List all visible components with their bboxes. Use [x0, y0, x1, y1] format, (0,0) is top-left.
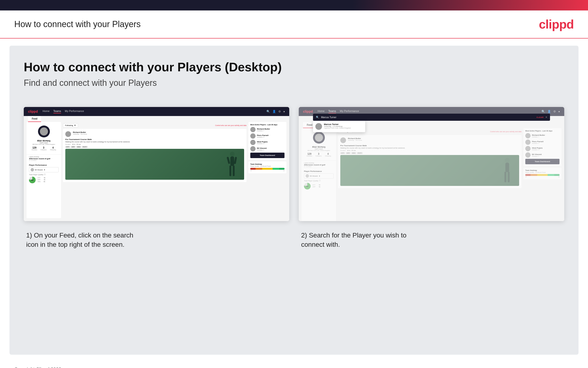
control-link[interactable]: Control who can see your activity and da…: [215, 125, 246, 126]
heatmap-bar-1: [250, 168, 284, 170]
settings-icon-nav[interactable]: ⚙: [278, 110, 281, 113]
hm-min-label: -5: [250, 170, 251, 171]
app-ui-2: clippd Home Teams My Performance 🔍 👤 ⚙ ●: [299, 107, 564, 221]
pp-selector[interactable]: Eli Vincent ▼: [29, 167, 59, 172]
player-performance-2: Player Performance Eli Vincent ▼ Total P…: [302, 169, 336, 191]
profile-name: Blair McHarg: [29, 139, 59, 142]
app-nav-1: clippd Home Teams My Performance 🔍 👤 ⚙ ●: [24, 107, 289, 116]
hm-seg-red: [250, 168, 255, 170]
player-performance-1: Player Performance Eli Vincent ▼ Total P…: [26, 163, 61, 185]
top-bar: [0, 0, 588, 10]
ma-name-4: Eli Vincent: [257, 147, 267, 149]
th-title-1: Team Heatmap: [250, 163, 284, 165]
svg-rect-9: [508, 172, 510, 182]
la-name: Afternoon round of golf: [29, 158, 59, 160]
app-left-1: Blair McHarg Golf Coach Mill Ride Golf C…: [26, 122, 61, 218]
ma-acts-4: Activities: 1: [257, 149, 267, 151]
app-ui-1: clippd Home Teams My Performance 🔍 👤 ⚙ ●: [24, 107, 289, 221]
act-sub: Yesterday · The Grove: [73, 133, 87, 135]
svg-rect-8: [504, 172, 506, 182]
app-body-1: Blair McHarg Golf Coach Mill Ride Golf C…: [24, 122, 289, 218]
screenshot-2: clippd Home Teams My Performance 🔍 👤 ⚙ ●: [299, 107, 564, 221]
hm-seg-darkgreen: [279, 168, 284, 170]
app-nav-logo-1: clippd: [28, 110, 38, 113]
svg-rect-2: [229, 166, 231, 176]
stat-followers-label: Followers: [41, 149, 47, 150]
bar-label-ott: OTT: [37, 177, 42, 179]
stat-followers-num: 3: [41, 147, 47, 149]
ma-acts-1: Activities: 7: [257, 130, 270, 131]
feed-tab-1[interactable]: Feed: [28, 116, 41, 122]
app-left-2: Blair McHarg Golf Coach Mill Ride Golf C…: [302, 128, 336, 221]
tag-app: APP: [71, 146, 76, 148]
profile-role: Golf Coach: [29, 142, 59, 144]
app-nav-logo-2: clippd: [303, 110, 313, 113]
team-heatmap-1: Team Heatmap Player Quality · 20 Round T…: [248, 161, 286, 173]
quality-score: 84: [29, 177, 36, 183]
app-nav-icons-1: 🔍 👤 ⚙ ●: [266, 110, 285, 113]
hm-seg-yellow: [262, 168, 272, 170]
tag-ott: OTT: [65, 146, 70, 148]
screenshot-block-1: clippd Home Teams My Performance 🔍 👤 ⚙ ●: [24, 107, 289, 254]
team-dashboard-btn[interactable]: Team Dashboard: [250, 153, 284, 158]
following-btn[interactable]: Following ▼: [63, 123, 78, 128]
ma-avatar-1: [250, 127, 255, 132]
screenshot-caption-1: 1) On your Feed, click on the searchicon…: [24, 221, 289, 254]
srd-sub1: Yesterday · 1-5 Handicap: [324, 126, 351, 127]
ma-avatar-3: [250, 140, 255, 145]
profile-card-1: Blair McHarg Golf Coach Mill Ride Golf C…: [26, 122, 61, 155]
app-right-1: Most Active Players - Last 30 days Richa…: [248, 122, 286, 218]
app-nav-icons-2: 🔍 👤 ⚙ ●: [542, 110, 560, 113]
ma-player-3: Hiral Pujara Activities: 3: [250, 140, 284, 145]
user-icon-nav[interactable]: 👤: [272, 110, 276, 113]
copyright: Copyright Clippd 2022: [0, 362, 588, 368]
profile-club: Mill Ride Golf Club, United Kingdom: [29, 144, 59, 145]
ma-acts-2: Activities: 4: [257, 137, 268, 138]
ma-player-2: Piers Parnell Activities: 4: [250, 133, 284, 138]
ma-avatar-4: [250, 146, 255, 151]
svg-rect-7: [505, 163, 509, 172]
srd-avatar: [315, 123, 322, 130]
srd-sub2: Cypress Point Club, United Kingdom: [324, 127, 351, 129]
activity-header: Richard Butler Yesterday · The Grove: [65, 131, 244, 137]
search-clear-btn[interactable]: CLEAR: [536, 116, 544, 118]
bar-label-app: APP: [37, 179, 42, 180]
search-icon-overlay: 🔍: [316, 116, 319, 119]
nav2-teams[interactable]: Teams: [328, 110, 336, 113]
main-content: How to connect with your Players (Deskto…: [9, 46, 579, 355]
avatar-icon-nav[interactable]: ●: [283, 110, 285, 113]
ma-player-1: Richard Butler Activities: 7: [250, 127, 284, 132]
search-icon-nav[interactable]: 🔍: [266, 110, 270, 113]
svg-rect-3: [233, 166, 235, 176]
app-middle-1: Following ▼ Control who can see your act…: [63, 122, 246, 218]
stat-activities: 129 Activities: [32, 147, 37, 150]
nav2-home[interactable]: Home: [317, 110, 325, 113]
svg-rect-4: [227, 157, 230, 164]
hm-labels: -5 +5: [250, 170, 284, 171]
act-meta: Duration 02 hr : 00 min: [65, 144, 244, 145]
stat-following-num: 4: [50, 147, 56, 149]
info-icon: ⓘ: [44, 173, 46, 176]
stat-followers: 3 Followers: [41, 147, 47, 150]
main-subtitle: Find and connect with your Players: [24, 78, 564, 88]
search-close-btn[interactable]: ×: [545, 116, 547, 119]
nav-item-home[interactable]: Home: [43, 110, 49, 113]
srd-player[interactable]: Marcus Turner Yesterday · 1-5 Handicap C…: [315, 123, 363, 130]
la-title: Latest Activity: [29, 156, 59, 158]
pp-title-1: Player Performance: [29, 164, 59, 166]
nav-item-myperformance[interactable]: My Performance: [65, 110, 84, 113]
pp-avatar-small: [31, 168, 34, 171]
search-result-dropdown: Marcus Turner Yesterday · 1-5 Handicap C…: [313, 121, 365, 132]
nav2-myperformance[interactable]: My Performance: [340, 110, 359, 113]
search-input-text[interactable]: Marcus Turner: [321, 116, 535, 119]
ma-name-3: Hiral Pujara: [257, 141, 267, 143]
act-desc: Walking the course with my coach to buil…: [65, 141, 244, 143]
act-title: Pre Tournament Course Walk: [65, 138, 244, 140]
logo: clippd: [539, 17, 574, 31]
header: How to connect with your Players clippd: [0, 10, 588, 38]
stat-activities-label: Activities: [32, 149, 37, 150]
th-sub-1: Player Quality · 20 Round Trend: [250, 166, 284, 167]
main-title: How to connect with your Players (Deskto…: [24, 60, 564, 74]
nav-item-teams[interactable]: Teams: [53, 110, 61, 113]
stat-bars: OTT 79 APP 70: [37, 177, 47, 183]
